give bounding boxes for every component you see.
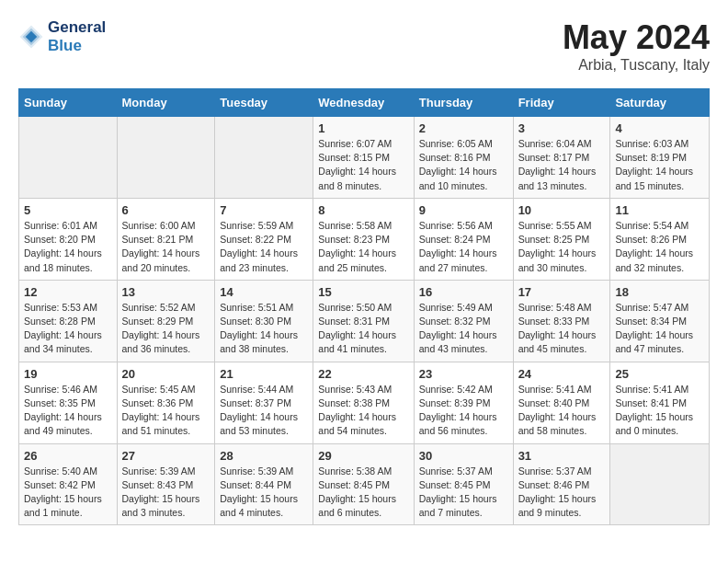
title-block: May 2024 Arbia, Tuscany, Italy — [563, 18, 710, 74]
calendar-cell — [215, 117, 313, 199]
day-number: 27 — [122, 449, 210, 463]
calendar-cell: 14Sunrise: 5:51 AM Sunset: 8:30 PM Dayli… — [215, 280, 313, 362]
day-number: 26 — [24, 449, 112, 463]
day-number: 14 — [220, 285, 308, 299]
calendar-week-row: 12Sunrise: 5:53 AM Sunset: 8:28 PM Dayli… — [19, 280, 710, 362]
calendar-cell: 15Sunrise: 5:50 AM Sunset: 8:31 PM Dayli… — [313, 280, 414, 362]
day-info: Sunrise: 5:41 AM Sunset: 8:40 PM Dayligh… — [518, 383, 606, 439]
day-info: Sunrise: 5:42 AM Sunset: 8:39 PM Dayligh… — [419, 383, 508, 439]
day-number: 1 — [318, 121, 408, 135]
calendar-week-row: 26Sunrise: 5:40 AM Sunset: 8:42 PM Dayli… — [19, 443, 710, 525]
weekday-header-monday: Monday — [117, 89, 215, 117]
calendar-cell: 23Sunrise: 5:42 AM Sunset: 8:39 PM Dayli… — [414, 362, 513, 443]
logo-text-blue: Blue — [48, 37, 106, 55]
calendar-cell: 6Sunrise: 6:00 AM Sunset: 8:21 PM Daylig… — [117, 198, 215, 280]
day-info: Sunrise: 6:00 AM Sunset: 8:21 PM Dayligh… — [122, 219, 210, 275]
day-info: Sunrise: 5:45 AM Sunset: 8:36 PM Dayligh… — [122, 383, 210, 439]
day-number: 18 — [615, 285, 704, 299]
calendar-cell: 31Sunrise: 5:37 AM Sunset: 8:46 PM Dayli… — [513, 443, 610, 525]
day-info: Sunrise: 5:40 AM Sunset: 8:42 PM Dayligh… — [24, 465, 112, 521]
day-info: Sunrise: 6:01 AM Sunset: 8:20 PM Dayligh… — [24, 219, 112, 275]
weekday-header-row: SundayMondayTuesdayWednesdayThursdayFrid… — [19, 89, 710, 117]
day-number: 30 — [419, 449, 508, 463]
day-info: Sunrise: 5:56 AM Sunset: 8:24 PM Dayligh… — [419, 219, 508, 275]
day-info: Sunrise: 5:53 AM Sunset: 8:28 PM Dayligh… — [24, 301, 112, 357]
calendar-cell — [19, 117, 118, 199]
day-info: Sunrise: 5:37 AM Sunset: 8:46 PM Dayligh… — [518, 465, 606, 521]
calendar-cell — [117, 117, 215, 199]
day-info: Sunrise: 5:44 AM Sunset: 8:37 PM Dayligh… — [220, 383, 308, 439]
day-number: 15 — [318, 285, 408, 299]
day-number: 31 — [518, 449, 606, 463]
calendar-cell: 19Sunrise: 5:46 AM Sunset: 8:35 PM Dayli… — [19, 362, 118, 443]
calendar-cell: 18Sunrise: 5:47 AM Sunset: 8:34 PM Dayli… — [610, 280, 710, 362]
logo: General Blue — [18, 18, 106, 54]
day-number: 25 — [615, 367, 704, 381]
day-number: 20 — [122, 367, 210, 381]
day-info: Sunrise: 6:03 AM Sunset: 8:19 PM Dayligh… — [615, 137, 704, 193]
day-number: 12 — [24, 285, 112, 299]
day-info: Sunrise: 5:37 AM Sunset: 8:45 PM Dayligh… — [419, 465, 508, 521]
day-number: 16 — [419, 285, 508, 299]
calendar-cell: 27Sunrise: 5:39 AM Sunset: 8:43 PM Dayli… — [117, 443, 215, 525]
calendar-cell: 2Sunrise: 6:05 AM Sunset: 8:16 PM Daylig… — [414, 117, 513, 199]
page-header: General Blue May 2024 Arbia, Tuscany, It… — [18, 18, 710, 74]
logo-text-general: General — [48, 18, 106, 37]
day-info: Sunrise: 5:39 AM Sunset: 8:44 PM Dayligh… — [220, 465, 308, 521]
calendar-cell: 3Sunrise: 6:04 AM Sunset: 8:17 PM Daylig… — [513, 117, 610, 199]
calendar-table: SundayMondayTuesdayWednesdayThursdayFrid… — [18, 88, 710, 525]
calendar-cell: 28Sunrise: 5:39 AM Sunset: 8:44 PM Dayli… — [215, 443, 313, 525]
day-number: 28 — [220, 449, 308, 463]
day-number: 3 — [518, 121, 606, 135]
day-number: 22 — [318, 367, 408, 381]
day-info: Sunrise: 5:47 AM Sunset: 8:34 PM Dayligh… — [615, 301, 704, 357]
calendar-cell: 13Sunrise: 5:52 AM Sunset: 8:29 PM Dayli… — [117, 280, 215, 362]
calendar-cell: 26Sunrise: 5:40 AM Sunset: 8:42 PM Dayli… — [19, 443, 118, 525]
calendar-cell: 21Sunrise: 5:44 AM Sunset: 8:37 PM Dayli… — [215, 362, 313, 443]
day-info: Sunrise: 5:54 AM Sunset: 8:26 PM Dayligh… — [615, 219, 704, 275]
day-info: Sunrise: 5:55 AM Sunset: 8:25 PM Dayligh… — [518, 219, 606, 275]
calendar-cell: 12Sunrise: 5:53 AM Sunset: 8:28 PM Dayli… — [19, 280, 118, 362]
day-info: Sunrise: 5:50 AM Sunset: 8:31 PM Dayligh… — [318, 301, 408, 357]
weekday-header-wednesday: Wednesday — [313, 89, 414, 117]
day-number: 9 — [419, 203, 508, 217]
day-info: Sunrise: 5:51 AM Sunset: 8:30 PM Dayligh… — [220, 301, 308, 357]
day-number: 11 — [615, 203, 704, 217]
day-info: Sunrise: 5:49 AM Sunset: 8:32 PM Dayligh… — [419, 301, 508, 357]
day-number: 29 — [318, 449, 408, 463]
day-number: 24 — [518, 367, 606, 381]
day-number: 23 — [419, 367, 508, 381]
calendar-cell: 22Sunrise: 5:43 AM Sunset: 8:38 PM Dayli… — [313, 362, 414, 443]
day-number: 2 — [419, 121, 508, 135]
calendar-cell: 1Sunrise: 6:07 AM Sunset: 8:15 PM Daylig… — [313, 117, 414, 199]
calendar-cell: 9Sunrise: 5:56 AM Sunset: 8:24 PM Daylig… — [414, 198, 513, 280]
weekday-header-tuesday: Tuesday — [215, 89, 313, 117]
day-number: 5 — [24, 203, 112, 217]
calendar-week-row: 1Sunrise: 6:07 AM Sunset: 8:15 PM Daylig… — [19, 117, 710, 199]
calendar-cell: 25Sunrise: 5:41 AM Sunset: 8:41 PM Dayli… — [610, 362, 710, 443]
calendar-cell: 29Sunrise: 5:38 AM Sunset: 8:45 PM Dayli… — [313, 443, 414, 525]
weekday-header-thursday: Thursday — [414, 89, 513, 117]
day-number: 21 — [220, 367, 308, 381]
calendar-cell: 20Sunrise: 5:45 AM Sunset: 8:36 PM Dayli… — [117, 362, 215, 443]
day-number: 8 — [318, 203, 408, 217]
calendar-cell: 11Sunrise: 5:54 AM Sunset: 8:26 PM Dayli… — [610, 198, 710, 280]
day-info: Sunrise: 5:52 AM Sunset: 8:29 PM Dayligh… — [122, 301, 210, 357]
logo-icon — [18, 24, 44, 50]
weekday-header-saturday: Saturday — [610, 89, 710, 117]
day-number: 7 — [220, 203, 308, 217]
day-info: Sunrise: 6:07 AM Sunset: 8:15 PM Dayligh… — [318, 137, 408, 193]
calendar-cell: 7Sunrise: 5:59 AM Sunset: 8:22 PM Daylig… — [215, 198, 313, 280]
day-info: Sunrise: 5:46 AM Sunset: 8:35 PM Dayligh… — [24, 383, 112, 439]
calendar-week-row: 5Sunrise: 6:01 AM Sunset: 8:20 PM Daylig… — [19, 198, 710, 280]
day-info: Sunrise: 5:58 AM Sunset: 8:23 PM Dayligh… — [318, 219, 408, 275]
day-info: Sunrise: 5:43 AM Sunset: 8:38 PM Dayligh… — [318, 383, 408, 439]
calendar-cell — [610, 443, 710, 525]
day-number: 10 — [518, 203, 606, 217]
calendar-cell: 5Sunrise: 6:01 AM Sunset: 8:20 PM Daylig… — [19, 198, 118, 280]
day-info: Sunrise: 5:39 AM Sunset: 8:43 PM Dayligh… — [122, 465, 210, 521]
day-info: Sunrise: 5:41 AM Sunset: 8:41 PM Dayligh… — [615, 383, 704, 439]
calendar-cell: 17Sunrise: 5:48 AM Sunset: 8:33 PM Dayli… — [513, 280, 610, 362]
day-number: 19 — [24, 367, 112, 381]
calendar-cell: 16Sunrise: 5:49 AM Sunset: 8:32 PM Dayli… — [414, 280, 513, 362]
